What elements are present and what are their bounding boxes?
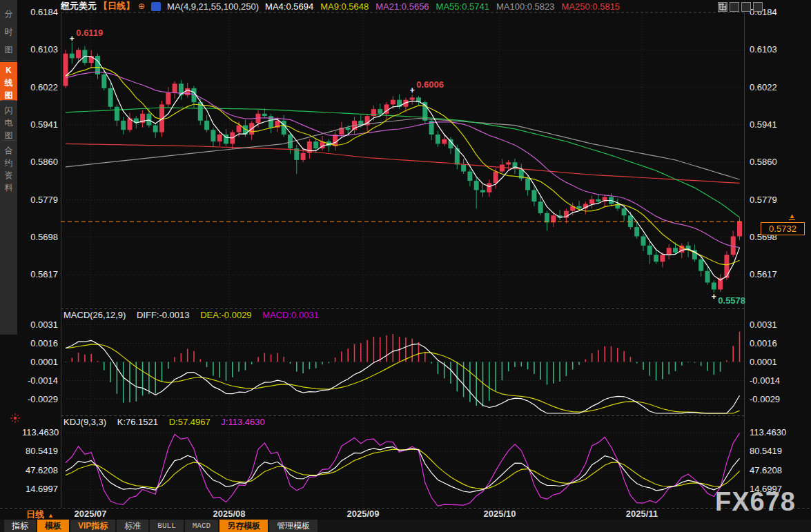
ma-value-readout: MA4:0.5694 xyxy=(265,1,313,12)
month-label: 2025/11 xyxy=(626,509,658,519)
toolbar-tab-标准[interactable]: 标准 xyxy=(117,520,148,532)
sidebar-divider xyxy=(1,60,16,61)
price-axis-label: 0.5860 xyxy=(22,157,58,167)
sidebar-item-3[interactable]: 闪电图 xyxy=(0,102,17,141)
period-dropdown-icon: ▲ xyxy=(48,512,54,519)
last-price-tag: 0.5732 xyxy=(761,222,805,235)
macd-axis-label: 0.0016 xyxy=(22,338,58,348)
sidebar-item-1[interactable]: 分时图 xyxy=(0,3,17,61)
sidebar-item-char: K xyxy=(0,64,17,77)
price-annotation: 0.6119 xyxy=(76,28,103,38)
price-axis-label: 0.6022 xyxy=(750,82,785,92)
toolbar-tab-VIP指标[interactable]: VIP指标 xyxy=(70,520,115,532)
price-axis-label: 0.5617 xyxy=(22,269,58,279)
window-tools xyxy=(718,2,763,12)
sidebar-item-char: 资 xyxy=(0,169,17,181)
macd-title: MACD(26,12,9) xyxy=(63,310,126,320)
ma-value-readout: MA21:0.5656 xyxy=(375,1,429,12)
kdj-axis-label: 47.6208 xyxy=(22,465,58,475)
macd-axis-label: 0.0001 xyxy=(22,357,58,367)
sidebar-item-char: 料 xyxy=(0,181,17,194)
chart-header: 纽元美元【日线】⊕ MA(4,9,21,55,100,250) MA4:0.56… xyxy=(61,1,620,12)
scale-x-icon[interactable] xyxy=(730,2,739,12)
sidebar-item-char: 时 xyxy=(0,23,17,41)
bottom-toolbar: 指标模板VIP指标标准BULLMACD另存模板管理模板 xyxy=(0,520,811,532)
kdj-axis-label: 14.6997 xyxy=(22,484,58,494)
sidebar-item-char: 合 xyxy=(0,144,17,157)
scale-y-icon[interactable] xyxy=(741,2,751,12)
toolbar-tab-模板[interactable]: 模板 xyxy=(37,520,69,532)
add-indicator-icon[interactable]: ⊕ xyxy=(138,1,145,11)
macd-dea-value: DEA:-0.0029 xyxy=(200,310,251,320)
price-axis-label: 0.5698 xyxy=(22,232,58,242)
price-axis-label: 0.5779 xyxy=(750,195,785,205)
kdj-axis-label: 14.6997 xyxy=(750,484,785,494)
sidebar-item-char: 电 xyxy=(0,117,17,129)
price-axis-label: 0.5860 xyxy=(750,157,785,167)
macd-axis-label: -0.0014 xyxy=(22,375,58,386)
toolbar-tab-MACD[interactable]: MACD xyxy=(185,520,218,532)
chart-canvas: +++ xyxy=(0,0,811,532)
sidebar-divider xyxy=(1,140,16,141)
svg-text:+: + xyxy=(70,34,75,43)
kdj-j-value: J:113.4630 xyxy=(221,417,264,427)
time-axis: 日线▲ 2025/072025/082025/092025/102025/11 xyxy=(0,509,811,520)
svg-text:+: + xyxy=(712,292,716,302)
ma-value-readout: MA9:0.5648 xyxy=(320,1,369,12)
macd-diff-value: DIFF:-0.0013 xyxy=(137,310,190,320)
sidebar-item-char: 线 xyxy=(0,77,17,89)
macd-header: MACD(26,12,9) DIFF:-0.0013 DEA:-0.0029 M… xyxy=(63,310,327,320)
kdj-d-value: D:57.4967 xyxy=(169,417,211,427)
sidebar-divider xyxy=(1,100,16,101)
sidebar-item-char: 约 xyxy=(0,157,17,169)
ma-value-readout: MA55:0.5741 xyxy=(436,1,489,12)
macd-macd-value: MACD:0.0031 xyxy=(262,310,319,320)
sidebar: 分时图K线图闪电图合约资料 xyxy=(0,0,17,335)
price-axis-label: 0.6103 xyxy=(22,44,58,55)
toolbar-tab-指标[interactable]: 指标 xyxy=(4,520,36,532)
chart-style-icon[interactable] xyxy=(151,2,161,11)
price-axis-label: 0.6103 xyxy=(750,44,785,55)
month-label: 2025/07 xyxy=(75,509,107,519)
collapse-panel-icon[interactable] xyxy=(753,2,763,12)
price-annotation: 0.6006 xyxy=(416,79,444,90)
macd-axis-label: 0.0031 xyxy=(750,319,785,330)
toolbar-tab-另存模板[interactable]: 另存模板 xyxy=(219,520,268,532)
kdj-header: KDJ(9,3,3) K:76.1521 D:57.4967 J:113.463… xyxy=(63,417,273,427)
trading-chart-app: +++ 分时图K线图闪电图合约资料 纽元美元【日线】⊕ MA(4,9,21,55… xyxy=(0,0,811,532)
sidebar-item-char: 分 xyxy=(0,5,17,23)
ma-value-readout: MA100:0.5823 xyxy=(496,1,555,12)
sidebar-item-4[interactable]: 合约资料 xyxy=(0,142,17,195)
kdj-axis-label: 113.4630 xyxy=(22,427,58,437)
toolbar-tab-BULL[interactable]: BULL xyxy=(150,520,183,532)
month-label: 2025/10 xyxy=(484,509,516,519)
kdj-axis-label: 80.5419 xyxy=(750,446,785,456)
kdj-axis-label: 113.4630 xyxy=(750,427,785,437)
period-label: 【日线】 xyxy=(99,0,135,12)
sidebar-item-char: 闪 xyxy=(0,104,17,117)
price-axis-label: 0.5941 xyxy=(22,119,58,130)
toolbar-tab-管理模板[interactable]: 管理模板 xyxy=(269,520,317,532)
ma-group-label: MA(4,9,21,55,100,250) xyxy=(167,1,259,12)
macd-axis-label: -0.0029 xyxy=(750,394,785,404)
ma-readouts: MA4:0.5694MA9:0.5648MA21:0.5656MA55:0.57… xyxy=(265,1,620,12)
price-axis-label: 0.6184 xyxy=(22,7,58,17)
month-label: 2025/09 xyxy=(347,509,380,519)
macd-axis-label: 0.0001 xyxy=(750,357,785,367)
price-annotation: 0.5578 xyxy=(718,295,745,306)
macd-axis-label: -0.0029 xyxy=(22,394,58,404)
price-axis-label: 0.5941 xyxy=(750,119,785,130)
macd-axis-label: 0.0016 xyxy=(750,338,785,348)
kdj-axis-label: 80.5419 xyxy=(22,446,58,456)
sidebar-item-2[interactable]: K线图 xyxy=(0,62,17,101)
kdj-title: KDJ(9,3,3) xyxy=(63,417,106,427)
period-selector-label: 日线 xyxy=(26,509,44,520)
ma-value-readout: MA250:0.5815 xyxy=(562,1,621,12)
kdj-k-value: K:76.1521 xyxy=(117,417,158,427)
price-axis-label: 0.5617 xyxy=(750,269,785,279)
sidebar-item-char: 图 xyxy=(0,41,17,59)
month-label: 2025/08 xyxy=(213,509,246,519)
macd-axis-label: 0.0031 xyxy=(22,319,58,330)
price-axis-label: 0.6022 xyxy=(22,82,58,92)
kdj-axis-label: 47.6208 xyxy=(750,465,785,475)
